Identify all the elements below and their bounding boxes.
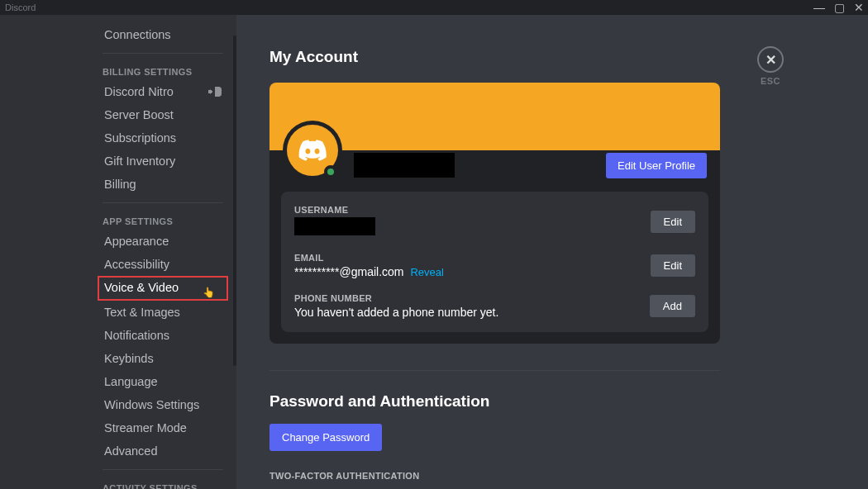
close-settings-button[interactable]: ✕ ESC [757, 46, 784, 86]
sidebar-item-accessibility[interactable]: Accessibility [98, 253, 228, 276]
field-label: PHONE NUMBER [294, 293, 650, 303]
sidebar-item-label: Accessibility [104, 257, 169, 272]
sidebar-item-keybinds[interactable]: Keybinds [98, 347, 228, 370]
discord-logo-icon [298, 140, 327, 161]
sidebar-item-server-boost[interactable]: Server Boost [98, 103, 228, 126]
window-minimize-button[interactable]: — [813, 2, 825, 13]
email-value: **********@gmail.com [294, 265, 404, 278]
auth-section-title: Password and Authentication [269, 392, 835, 411]
sidebar-item-notifications[interactable]: Notifications [98, 324, 228, 347]
edit-user-profile-button[interactable]: Edit User Profile [606, 153, 707, 178]
window-maximize-button[interactable]: ▢ [833, 2, 845, 13]
sidebar-item-label: Language [104, 374, 158, 389]
sidebar-header-app: APP SETTINGS [98, 203, 228, 230]
add-phone-button[interactable]: Add [650, 295, 695, 317]
sidebar-header-billing: BILLING SETTINGS [98, 54, 228, 80]
section-divider [269, 370, 720, 371]
sidebar-item-streamer-mode[interactable]: Streamer Mode [98, 416, 228, 439]
change-password-button[interactable]: Change Password [269, 424, 382, 451]
sidebar-item-label: Appearance [104, 234, 169, 249]
sidebar-item-voice-video[interactable]: Voice & Video 👆 [98, 276, 228, 301]
sidebar-item-language[interactable]: Language [98, 370, 228, 393]
sidebar-item-label: Advanced [104, 444, 158, 458]
settings-sidebar: Connections BILLING SETTINGS Discord Nit… [0, 15, 236, 489]
pointer-cursor-icon: 👆 [203, 285, 215, 300]
close-icon-circle[interactable]: ✕ [757, 46, 784, 73]
esc-label: ESC [757, 76, 784, 86]
profile-row: Edit User Profile [269, 150, 720, 192]
sidebar-item-label: Voice & Video [104, 280, 179, 295]
window-close-button[interactable]: ✕ [853, 2, 865, 13]
sidebar-item-subscriptions[interactable]: Subscriptions [98, 126, 228, 150]
sidebar-item-label: Windows Settings [104, 397, 199, 412]
sidebar-item-label: Subscriptions [104, 131, 176, 145]
edit-username-button[interactable]: Edit [651, 211, 695, 233]
window-controls: — ▢ ✕ [813, 0, 865, 15]
edit-email-button[interactable]: Edit [651, 254, 695, 277]
sidebar-item-label: Streamer Mode [104, 420, 187, 435]
sidebar-item-windows-settings[interactable]: Windows Settings [98, 393, 228, 416]
sidebar-item-label: Text & Images [104, 305, 180, 320]
app-title: Discord [5, 2, 36, 12]
sidebar-item-label: Billing [104, 177, 136, 192]
tfa-section-label: TWO-FACTOR AUTHENTICATION [269, 471, 835, 481]
field-label: USERNAME [294, 205, 651, 215]
close-icon: ✕ [765, 52, 776, 68]
titlebar: Discord — ▢ ✕ [0, 0, 868, 15]
username-value-redacted [294, 217, 375, 235]
sidebar-item-label: Gift Inventory [104, 154, 175, 169]
phone-value: You haven't added a phone number yet. [294, 306, 650, 319]
sidebar-item-label: Discord Nitro [104, 84, 174, 99]
page-title: My Account [269, 48, 835, 66]
avatar-wrapper [283, 121, 342, 180]
field-label: EMAIL [294, 253, 651, 263]
sidebar-item-appearance[interactable]: Appearance [98, 230, 228, 253]
field-phone: PHONE NUMBER You haven't added a phone n… [294, 293, 695, 319]
sidebar-header-activity: ACTIVITY SETTINGS [98, 470, 228, 489]
sidebar-item-advanced[interactable]: Advanced [98, 439, 228, 463]
reveal-email-link[interactable]: Reveal [410, 266, 443, 278]
account-fields: USERNAME Edit EMAIL **********@gmail.com… [281, 192, 708, 332]
status-indicator-online [324, 165, 337, 178]
sidebar-item-text-images[interactable]: Text & Images [98, 301, 228, 324]
field-email: EMAIL **********@gmail.com Reveal Edit [294, 253, 695, 278]
sidebar-item-label: Keybinds [104, 351, 154, 366]
sidebar-item-label: Server Boost [104, 107, 174, 122]
account-card: Edit User Profile USERNAME Edit EMAIL **… [269, 83, 720, 344]
sidebar-item-label: Connections [104, 27, 171, 42]
sidebar-item-billing[interactable]: Billing [98, 173, 228, 196]
nitro-badge-icon [208, 87, 222, 97]
settings-content: ✕ ESC My Account Edit User Profile [236, 15, 868, 489]
username-display [354, 153, 455, 178]
sidebar-item-label: Notifications [104, 328, 169, 343]
sidebar-item-discord-nitro[interactable]: Discord Nitro [98, 80, 228, 103]
sidebar-item-connections[interactable]: Connections [98, 23, 228, 46]
sidebar-item-gift-inventory[interactable]: Gift Inventory [98, 150, 228, 173]
field-username: USERNAME Edit [294, 205, 695, 238]
